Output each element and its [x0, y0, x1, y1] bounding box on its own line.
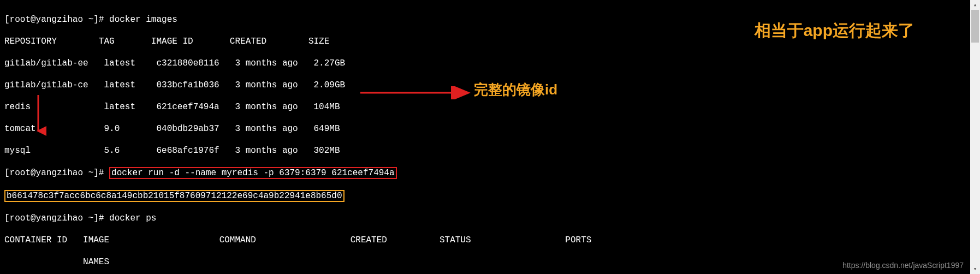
scroll-up-button[interactable]: ▴ — [970, 0, 980, 10]
shell-prompt: [root@yangzihao ~]# — [4, 15, 104, 25]
ps-header-names: NAMES — [4, 257, 976, 267]
annotation-app-running: 相当于app运行起来了 — [755, 25, 914, 36]
images-row: gitlab/gitlab-ee latest c321880e8116 3 m… — [4, 58, 976, 69]
images-row: redis latest 621ceef7494a 3 months ago 1… — [4, 102, 976, 112]
shell-prompt: [root@yangzihao ~]# — [4, 168, 104, 178]
shell-prompt: [root@yangzihao ~]# — [4, 213, 104, 223]
scroll-thumb[interactable] — [971, 10, 979, 43]
command-docker-run: docker run -d --name myredis -p 6379:637… — [111, 168, 394, 178]
vertical-scrollbar[interactable]: ▴ ▾ — [970, 0, 980, 274]
highlight-full-container-id: b661478c3f7acc6bc6c8a149cbb21015f8760971… — [4, 190, 345, 202]
command-docker-ps: docker ps — [109, 213, 156, 223]
images-row: mysql 5.6 6e68afc1976f 3 months ago 302M… — [4, 145, 976, 156]
images-row: tomcat 9.0 040bdb29ab37 3 months ago 649… — [4, 123, 976, 134]
scroll-down-button[interactable]: ▾ — [970, 264, 980, 274]
full-container-id: b661478c3f7acc6bc6c8a149cbb21015f8760971… — [7, 191, 342, 201]
terminal-output[interactable]: [root@yangzihao ~]# docker images REPOSI… — [0, 0, 980, 274]
annotation-full-image-id: 完整的镜像id — [474, 84, 557, 95]
highlight-docker-run: docker run -d --name myredis -p 6379:637… — [109, 167, 396, 179]
ps-header: CONTAINER ID IMAGE COMMAND CREATED STATU… — [4, 235, 976, 246]
watermark-text: https://blog.csdn.net/javaScript1997 — [842, 260, 964, 271]
command-docker-images: docker images — [109, 15, 177, 25]
